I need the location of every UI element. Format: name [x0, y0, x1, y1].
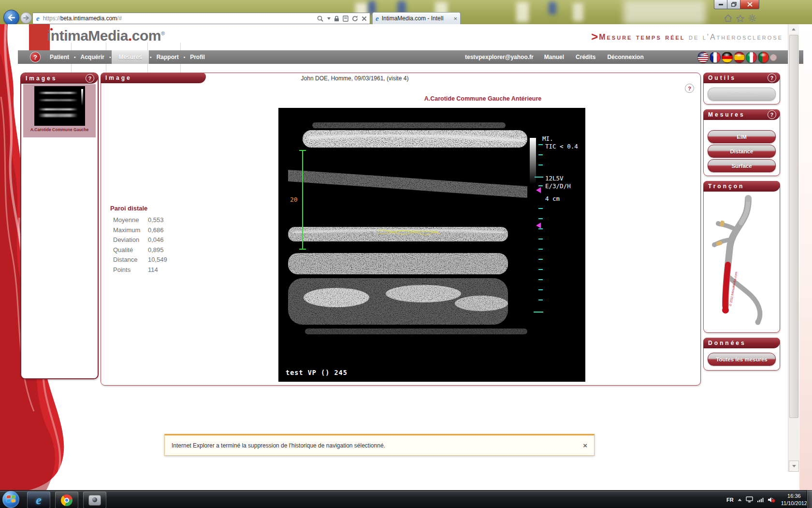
compatibility-view-icon[interactable] [343, 15, 348, 22]
search-dropdown-icon[interactable] [327, 17, 331, 20]
page-scrollbar[interactable] [788, 24, 799, 472]
language-flags [697, 52, 777, 63]
minimize-button[interactable] [714, 0, 728, 9]
thumbnail-caption: A.Carotide Commune Gauche [23, 127, 96, 132]
tray-display-icon[interactable] [746, 496, 753, 503]
nav-bullet: • [184, 55, 186, 60]
ultrasound-thumbnail[interactable] [34, 86, 85, 126]
start-button[interactable] [2, 491, 19, 508]
notification-text: Internet Explorer a terminé la suppressi… [172, 442, 385, 449]
settings-button[interactable] [747, 13, 757, 23]
notification-close-icon[interactable]: × [583, 442, 587, 449]
taskbar-clock[interactable]: 16:36 11/10/2012 [781, 493, 807, 507]
scrollbar-down-button[interactable] [789, 461, 799, 472]
taskbar-ie-button[interactable]: e [27, 492, 50, 508]
image-thumbnail-item[interactable]: A.Carotide Commune Gauche [23, 84, 96, 137]
image-panel-header: Image [101, 73, 206, 83]
flag-english-icon[interactable] [697, 52, 709, 63]
echo-blob [386, 285, 461, 302]
flag-spanish-icon[interactable] [734, 52, 745, 63]
stat-value: 0,046 [148, 236, 164, 243]
ultrasound-image[interactable]: 20 MI. TIC < 0.4 12L5V E/3/D/H 4 cm test… [278, 108, 585, 382]
artery-diagram[interactable]: © 2011 IntimaMedia.com [706, 194, 778, 329]
windows-flag-icon [12, 499, 15, 503]
scroll-down-icon [792, 465, 796, 467]
search-icon[interactable] [317, 15, 324, 22]
home-button[interactable] [723, 13, 733, 23]
image-help-icon[interactable]: ? [685, 84, 694, 93]
nav-help-icon[interactable]: ? [30, 52, 40, 62]
scrollbar-up-button[interactable] [788, 24, 799, 34]
refresh-icon[interactable] [352, 15, 358, 22]
stop-icon[interactable] [362, 16, 367, 21]
ie-icon: e [36, 494, 42, 507]
browser-tab[interactable]: e IntimaMedia.com - Intellig... × [372, 12, 461, 24]
tab-close-icon[interactable]: × [453, 15, 457, 22]
nav-link[interactable]: Crédits [576, 54, 595, 60]
tray-volume-icon[interactable] [768, 497, 774, 503]
scrollbar-thumb[interactable] [789, 35, 798, 418]
flag-italian-icon[interactable] [746, 52, 757, 63]
stat-value: 0,895 [148, 246, 164, 254]
site-logo[interactable]: intimaMedia.com® [47, 28, 165, 44]
user-email: testvpexplorer@yahoo.fr [465, 54, 534, 60]
wallpaper-window-blob [624, 0, 706, 24]
measures-panel-title: Mesures [708, 111, 745, 118]
ie-favicon: e [36, 15, 40, 22]
nav-bullet: • [150, 55, 152, 60]
mi-label: MI. [542, 135, 553, 142]
close-button[interactable] [740, 0, 759, 9]
notification-badge [771, 499, 775, 503]
images-help-icon[interactable]: ? [86, 74, 94, 83]
tools-help-icon[interactable]: ? [768, 74, 776, 82]
forward-button[interactable] [20, 12, 32, 24]
measure-button[interactable]: EIM [708, 130, 776, 143]
nav-item[interactable]: Rapport [153, 50, 183, 64]
taskbar-chrome-button[interactable] [55, 492, 78, 508]
taskbar-capture-button[interactable] [83, 492, 106, 508]
gear-icon [748, 14, 756, 22]
nav-bullet: • [109, 55, 111, 60]
nav-item[interactable]: Patient [46, 50, 73, 64]
calibration-button: Calibration [708, 88, 776, 101]
nav-item[interactable]: Mesures [112, 50, 149, 64]
measure-button[interactable]: Surface [708, 159, 776, 172]
favorites-button[interactable] [735, 13, 745, 23]
network-bars-icon [757, 497, 764, 503]
measure-button[interactable]: Distance [708, 145, 776, 158]
flag-portuguese-icon[interactable] [758, 52, 769, 63]
image-panel-title: Image [105, 75, 132, 81]
measures-panel: Mesures ? EIMDistanceSurface [703, 109, 780, 176]
screen: e https://beta.intimamedia.com/# e Intim… [0, 0, 812, 508]
show-desktop-button[interactable] [807, 490, 812, 508]
restore-button[interactable] [727, 0, 741, 9]
stats-rows: Moyenne0,553Maximum0,686Deviation0,046Qu… [110, 216, 167, 276]
show-hidden-icons-button[interactable] [738, 498, 742, 501]
measures-help-icon[interactable]: ? [768, 110, 776, 119]
chevron-up-icon [738, 498, 742, 501]
page-right-strip [799, 24, 812, 490]
home-icon [724, 15, 732, 22]
flag-german-icon[interactable] [722, 52, 733, 63]
tray-date: 11/10/2012 [781, 500, 807, 507]
mode-label: E/3/D/H [545, 182, 571, 190]
echo-band [288, 253, 508, 274]
ie-notification-bar: Internet Explorer a terminé la suppressi… [164, 434, 594, 456]
selected-artery-segment[interactable] [725, 265, 728, 309]
nav-item[interactable]: Profil [186, 50, 209, 64]
back-button[interactable] [3, 10, 19, 25]
url-text[interactable]: https://beta.intimamedia.com/# [43, 15, 122, 22]
images-panel-header: Images ? [21, 73, 98, 84]
all-measures-button[interactable]: Toutes les mesures [708, 353, 776, 366]
nav-link[interactable]: Déconnexion [607, 54, 643, 60]
logo-text-com: com [132, 28, 161, 44]
address-bar[interactable]: e https://beta.intimamedia.com/# [32, 13, 370, 24]
scroll-up-icon [792, 28, 796, 30]
flag-french-icon[interactable] [710, 52, 721, 63]
tray-network-icon[interactable] [757, 497, 764, 503]
stat-label: Qualité [113, 246, 148, 254]
nav-item[interactable]: Acquérir [77, 50, 108, 64]
nav-link[interactable]: Manuel [544, 54, 564, 60]
language-indicator[interactable]: FR [726, 497, 734, 503]
forward-arrow-icon [23, 15, 29, 20]
